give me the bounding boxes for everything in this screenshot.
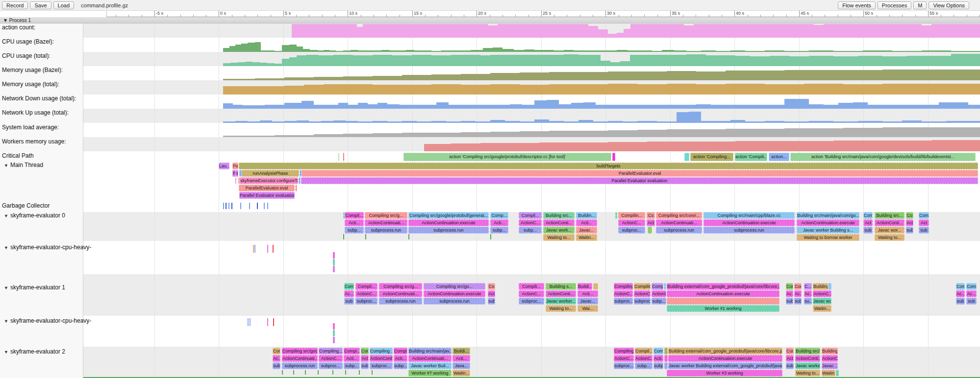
trace-event[interactable]: Compiling src/go... [424, 283, 485, 290]
trace-event[interactable]: runAnalysisPhase [242, 170, 299, 177]
trace-event[interactable]: action... [769, 153, 789, 161]
trace-event[interactable]: C... [804, 283, 812, 290]
trace-event[interactable] [664, 283, 666, 290]
trace-event[interactable]: ActionC... [634, 290, 651, 297]
trace-event[interactable]: Java... [452, 362, 470, 369]
trace-event[interactable]: ActionContinuation.execute [424, 290, 485, 297]
trace-event[interactable]: action 'Compiling src/google/protobuf/de… [403, 153, 611, 161]
trace-event[interactable]: Ac... [344, 290, 354, 297]
track-label-skyframe-evaluator-cpu-heavy[interactable]: ▼skyframe-evaluator-cpu-heavy- [4, 244, 91, 251]
trace-event[interactable]: Compiling src/core/... [656, 212, 702, 219]
trace-event[interactable]: ActionContinuati... [379, 290, 422, 297]
trace-event[interactable]: Wai... [578, 305, 598, 312]
trace-event[interactable]: ActionC... [519, 290, 544, 297]
collapse-arrow-icon[interactable]: ▼ [4, 285, 8, 290]
trace-event[interactable]: Acti... [344, 355, 360, 362]
trace-event[interactable] [664, 362, 668, 369]
trace-event[interactable]: subp... [652, 298, 666, 305]
trace-event[interactable]: Act [906, 219, 913, 226]
trace-event[interactable]: Acti... [452, 355, 470, 362]
trace-event[interactable]: Act [361, 355, 369, 362]
trace-event[interactable]: Waiting to... [546, 305, 576, 312]
trace-event[interactable]: subproc... [614, 362, 634, 369]
trace-event[interactable]: Compil... [345, 212, 364, 219]
trace-event[interactable]: action 'Building src/main/java/com/googl… [790, 153, 976, 161]
trace-event[interactable]: Javac worker Buil... [408, 362, 452, 369]
trace-event[interactable]: ActionConti... [875, 219, 905, 226]
trace-event[interactable]: subproc... [519, 298, 544, 305]
trace-event[interactable]: Com [273, 348, 280, 354]
metadata-button[interactable]: M [913, 1, 927, 9]
trace-event[interactable]: Co [488, 283, 495, 290]
trace-event[interactable]: ActionC... [355, 290, 377, 297]
trace-event[interactable]: subproc... [634, 298, 651, 305]
trace-event[interactable]: Javac wo... [813, 298, 831, 305]
trace-event[interactable]: Compilin... [634, 283, 651, 290]
trace-event[interactable]: ActionC... [618, 219, 645, 226]
trace-event[interactable]: Javac worker... [546, 298, 576, 305]
trace-event[interactable]: Javac work... [543, 227, 575, 234]
network-up-chart[interactable] [0, 109, 980, 123]
trace-event[interactable]: Compi... [344, 348, 360, 354]
trace-event[interactable]: subp... [635, 362, 653, 369]
trace-event[interactable]: skyframeExecutor.configureTargets [240, 177, 298, 184]
trace-event[interactable]: ActionContinuati... [408, 355, 452, 362]
trace-event[interactable]: Waiting to borrow worker [797, 234, 859, 241]
trace-event[interactable]: ActionContinu... [370, 355, 393, 362]
trace-event[interactable]: Compil... [635, 348, 653, 354]
trace-event[interactable]: Waitin... [452, 370, 470, 377]
trace-event[interactable]: sub [919, 227, 929, 234]
trace-event[interactable]: subprocess.run [656, 227, 702, 234]
trace-event[interactable]: Buildin... [576, 212, 597, 219]
trace-event[interactable]: ActionC... [614, 355, 634, 362]
trace-event[interactable]: Parallel Evaluator evaluation [239, 192, 295, 199]
trace-event[interactable]: Acti... [394, 355, 407, 362]
trace-event[interactable] [684, 153, 689, 161]
trace-event[interactable]: Acti... [576, 219, 597, 226]
trace-event[interactable]: Worker #7 working [408, 370, 452, 377]
trace-event[interactable]: buildTargets [239, 163, 978, 169]
trace-event[interactable]: sub [794, 298, 802, 305]
trace-event[interactable]: Acti... [578, 290, 598, 297]
trace-event[interactable]: Compil... [394, 348, 407, 354]
trace-event[interactable]: Lau... [219, 163, 229, 169]
trace-event[interactable]: Ac... [966, 290, 977, 297]
trace-event[interactable]: ActionConti... [795, 355, 820, 362]
workers-memory-chart[interactable] [0, 138, 980, 151]
trace-event[interactable]: Act [647, 219, 655, 226]
trace-event[interactable]: sub [966, 298, 977, 305]
trace-event[interactable]: Building external/com_google_protobuf/ja… [667, 283, 779, 290]
trace-event[interactable]: Javac ... [822, 362, 838, 369]
trace-event[interactable]: ActionC... [822, 355, 838, 362]
trace-event[interactable]: Com [361, 348, 369, 354]
trace-event[interactable]: Compilin... [618, 212, 645, 219]
trace-event[interactable]: ActionConti... [546, 290, 576, 297]
trace-event[interactable]: Building src/main/jav... [408, 348, 452, 354]
trace-event[interactable]: sub [906, 227, 913, 234]
trace-event[interactable] [235, 177, 236, 184]
trace-event[interactable]: Act [488, 290, 495, 297]
trace-event[interactable]: ActionContinuation.execute [704, 219, 795, 226]
trace-event[interactable]: subproc... [355, 298, 377, 305]
trace-event[interactable]: Com [344, 283, 354, 290]
trace-event[interactable]: ParallelEvaluator.eval [302, 170, 978, 177]
trace-event[interactable]: ActionC... [519, 219, 542, 226]
save-button[interactable]: Save [30, 1, 51, 9]
trace-event[interactable]: sub [863, 227, 873, 234]
trace-event[interactable]: sub [786, 298, 793, 305]
trace-event[interactable]: Compil... [519, 212, 542, 219]
trace-event[interactable]: Com [956, 283, 965, 290]
trace-event[interactable]: su... [804, 298, 812, 305]
trace-event[interactable]: sub [956, 298, 965, 305]
trace-event[interactable] [593, 283, 598, 290]
trace-event[interactable]: ActionC... [813, 290, 831, 297]
trace-event[interactable]: Co [906, 212, 913, 219]
trace-event[interactable] [648, 227, 652, 234]
trace-event[interactable]: Waitin... [576, 234, 597, 241]
trace-event[interactable]: Compiling src/g... [379, 283, 422, 290]
trace-event[interactable]: ActionC... [635, 355, 653, 362]
trace-event[interactable]: ActionContinuation.execute [408, 219, 489, 226]
track-label-skyframe-evaluator-cpu-heavy[interactable]: ▼skyframe-evaluator-cpu-heavy- [4, 317, 91, 324]
collapse-arrow-icon[interactable]: ▼ [4, 245, 8, 250]
network-down-chart[interactable] [0, 95, 980, 109]
